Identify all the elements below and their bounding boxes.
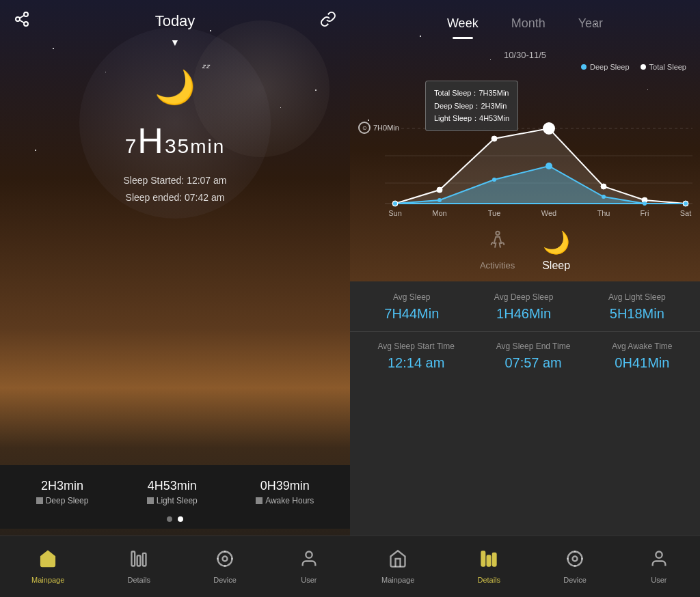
avg-awake-label: Avg Awake Time <box>612 342 672 351</box>
details-icon <box>129 549 148 573</box>
left-header: Today <box>0 0 350 42</box>
svg-point-47 <box>573 557 578 561</box>
stats-section: 2H3min Deep Sleep 4H53min Light Sleep 0H… <box>0 465 350 529</box>
activities-icon <box>487 230 509 256</box>
avg-light-item: Avg Light Sleep 5H18Min <box>608 292 666 322</box>
right-nav-device[interactable]: Device <box>563 549 587 584</box>
right-nav-user[interactable]: User <box>649 549 669 584</box>
avg-sleep-value: 7H44Min <box>384 306 439 322</box>
duration-label: min <box>190 136 225 157</box>
sleep-tab[interactable]: 🌙 Sleep <box>542 230 570 272</box>
svg-line-4 <box>20 16 25 18</box>
sleep-label: Sleep <box>542 260 570 272</box>
deep-sleep-label: Deep Sleep <box>36 496 89 505</box>
svg-text:Tue: Tue <box>488 209 501 217</box>
right-nav-details[interactable]: Details <box>477 549 500 584</box>
right-device-icon <box>565 549 584 573</box>
share-icon[interactable] <box>14 11 30 31</box>
nav-device[interactable]: Device <box>213 549 237 584</box>
svg-point-34 <box>684 202 688 206</box>
duration-hours: 7 <box>125 135 138 157</box>
sleep-duration: 7H35min <box>125 120 226 161</box>
right-panel: Week Month Year 10/30-11/5 Deep Sleep To… <box>350 0 700 597</box>
tab-year[interactable]: Year <box>562 11 619 36</box>
sleep-times: Sleep Started: 12:07 am Sleep ended: 07:… <box>124 172 227 206</box>
nav-details-label: Details <box>127 576 150 584</box>
avg-light-value: 5H18Min <box>608 306 666 322</box>
reference-icon: ⊙ <box>358 122 371 134</box>
svg-point-31 <box>546 163 552 169</box>
tab-week[interactable]: Week <box>431 11 495 36</box>
light-sleep-dot <box>147 497 154 504</box>
svg-point-0 <box>24 12 28 16</box>
awake-stat: 0H39min Awake Hours <box>256 479 314 505</box>
stats-row: 2H3min Deep Sleep 4H53min Light Sleep 0H… <box>0 479 350 505</box>
avg-start-item: Avg Sleep Start Time 12:14 am <box>377 342 455 371</box>
avg-start-label: Avg Sleep Start Time <box>377 342 455 351</box>
svg-rect-43 <box>482 552 485 566</box>
svg-rect-5 <box>132 552 135 566</box>
right-nav-mainpage-label: Mainpage <box>381 576 414 584</box>
avg-end-item: Avg Sleep End Time 07:57 am <box>496 342 571 371</box>
today-title: Today <box>155 12 196 30</box>
legend-total-sleep: Total Sleep <box>641 63 686 71</box>
svg-point-8 <box>218 552 232 566</box>
activities-tab[interactable]: Activities <box>480 230 515 272</box>
left-bottom-nav: Mainpage Details <box>0 536 350 597</box>
svg-point-24 <box>543 123 554 134</box>
right-details-icon <box>479 549 498 573</box>
avg-start-value: 12:14 am <box>377 355 455 371</box>
home-icon <box>38 549 57 573</box>
avg-end-label: Avg Sleep End Time <box>496 342 571 351</box>
date-range: 10/30-11/5 <box>350 50 700 60</box>
avg-deep-item: Avg Deep Sleep 1H46Min <box>494 292 554 322</box>
nav-mainpage-label: Mainpage <box>31 576 64 584</box>
svg-point-28 <box>393 202 397 206</box>
right-nav-device-label: Device <box>563 576 587 584</box>
svg-point-1 <box>16 17 20 21</box>
avg-sleep-item: Avg Sleep 7H44Min <box>384 292 439 322</box>
page-dot-1[interactable] <box>167 516 172 522</box>
svg-point-46 <box>568 552 582 566</box>
nav-details[interactable]: Details <box>127 549 150 584</box>
activity-tabs: Activities 🌙 Sleep <box>350 220 700 281</box>
nav-mainpage[interactable]: Mainpage <box>31 549 64 584</box>
svg-rect-6 <box>137 555 141 566</box>
svg-point-30 <box>492 178 496 182</box>
svg-text:Mon: Mon <box>432 209 446 217</box>
legend-deep-dot <box>581 64 587 70</box>
right-home-icon <box>388 549 407 573</box>
light-sleep-label: Light Sleep <box>147 496 198 505</box>
nav-user-label: User <box>301 576 317 584</box>
right-tabs: Week Month Year <box>350 0 700 47</box>
reference-label: ⊙ 7H0Min <box>358 122 399 134</box>
awake-label: Awake Hours <box>256 496 314 505</box>
tooltip-light: Light Sleep：4H53Min <box>434 112 509 125</box>
page-dot-2[interactable] <box>178 516 183 522</box>
light-sleep-stat: 4H53min Light Sleep <box>147 479 198 505</box>
sleep-content: 🌙 ᶻᶻ 7H35min Sleep Started: 12:07 am Sle… <box>0 48 350 206</box>
chart-svg: Sun Mon Tue Wed Thu Fri Sat <box>357 81 693 217</box>
svg-text:Thu: Thu <box>597 209 610 217</box>
link-icon[interactable] <box>320 11 336 31</box>
right-nav-mainpage[interactable]: Mainpage <box>381 549 414 584</box>
tab-month[interactable]: Month <box>495 11 562 36</box>
sleep-started: Sleep Started: 12:07 am <box>124 172 227 189</box>
sleep-chart: Total Sleep：7H35Min Deep Sleep：2H3Min Li… <box>357 81 693 217</box>
avg-deep-value: 1H46Min <box>494 306 554 322</box>
avg-sleep-label: Avg Sleep <box>384 292 439 302</box>
svg-point-9 <box>223 557 228 561</box>
avg-stats-row2: Avg Sleep Start Time 12:14 am Avg Sleep … <box>350 342 700 371</box>
right-nav-details-label: Details <box>477 576 500 584</box>
deep-sleep-dot <box>36 497 43 504</box>
svg-point-29 <box>438 198 442 202</box>
sleep-tab-icon: 🌙 <box>543 230 570 255</box>
nav-user[interactable]: User <box>299 549 319 584</box>
svg-point-33 <box>643 202 647 206</box>
activities-label: Activities <box>480 260 515 270</box>
avg-deep-label: Avg Deep Sleep <box>494 292 554 302</box>
svg-rect-45 <box>493 553 496 566</box>
right-user-icon <box>649 549 669 573</box>
nav-device-label: Device <box>213 576 237 584</box>
dropdown-arrow[interactable]: ▼ <box>0 37 350 48</box>
